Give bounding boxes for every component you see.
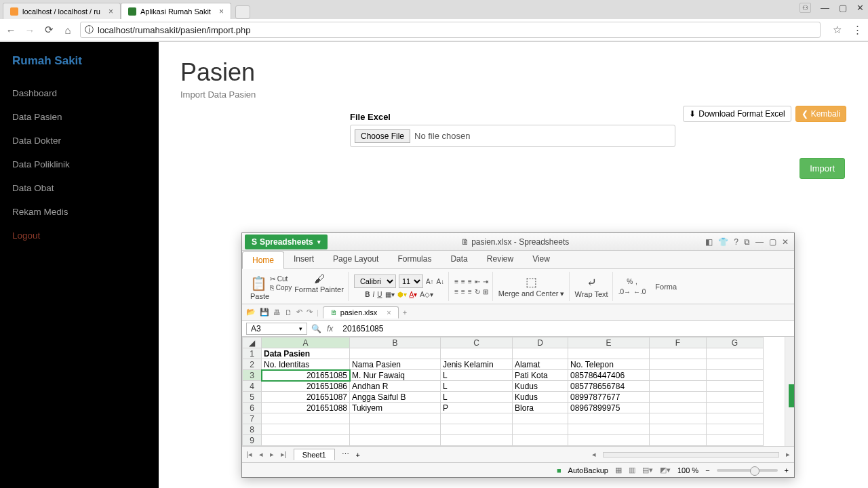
menu-formulas[interactable]: Formulas (388, 251, 441, 268)
tab-app[interactable]: Aplikasi Rumah Sakit × (121, 3, 231, 19)
cell[interactable] (707, 435, 764, 446)
cell[interactable]: Andhan R (350, 381, 441, 392)
back-icon[interactable]: ← (4, 24, 18, 36)
cell[interactable]: 201651086 (262, 381, 350, 392)
choose-file-button[interactable]: Choose File (355, 129, 410, 143)
font-color-button[interactable]: A▾ (410, 291, 418, 298)
doc-tab[interactable]: 🗎 pasien.xlsx × (323, 306, 399, 319)
minimize-icon[interactable]: — (821, 3, 829, 13)
align-top-icon[interactable]: ≡ (454, 278, 458, 285)
row-header[interactable]: 7 (243, 413, 262, 424)
sidebar-item-poliklinik[interactable]: Data Poliklinik (0, 152, 159, 176)
cell[interactable]: Jenis Kelamin (441, 359, 513, 370)
undo-icon[interactable]: ↶ (296, 308, 302, 317)
align-middle-icon[interactable]: ≡ (461, 278, 465, 285)
cell[interactable]: Angga Saiful B (350, 392, 441, 403)
ss-grid[interactable]: ◢ A B C D E F G 1Data Pasien2No. Identit… (242, 337, 794, 446)
reload-icon[interactable]: ⟳ (42, 24, 56, 36)
cell[interactable]: Alamat (513, 359, 568, 370)
cell[interactable] (707, 392, 764, 403)
sidebar-item-pasien[interactable]: Data Pasien (0, 105, 159, 129)
cell[interactable] (568, 424, 650, 435)
close-icon[interactable]: × (219, 7, 224, 16)
zoom-out-icon[interactable]: − (705, 466, 709, 474)
zoom-in-icon[interactable]: + (785, 466, 789, 474)
import-button[interactable]: Import (800, 158, 845, 179)
bold-button[interactable]: B (365, 291, 370, 298)
ss-title-bar[interactable]: S Spreadsheets 🗎 pasien.xlsx - Spreadshe… (242, 233, 794, 251)
format-button[interactable]: Forma (655, 283, 677, 291)
cell[interactable]: Kudus (513, 392, 568, 403)
download-format-button[interactable]: ⬇ Download Format Excel (683, 106, 791, 122)
cell[interactable] (707, 359, 764, 370)
cell[interactable] (568, 435, 650, 446)
cell[interactable] (650, 359, 707, 370)
sidebar-item-logout[interactable]: Logout (0, 224, 159, 247)
add-sheet-icon[interactable]: + (356, 451, 360, 459)
help-icon[interactable]: ? (734, 237, 738, 247)
prev-sheet-icon[interactable]: ◂ (259, 450, 263, 459)
url-bar[interactable]: ⓘ localhost/rumahsakit/pasien/import.php (80, 22, 821, 38)
select-all-corner[interactable]: ◢ (243, 338, 262, 348)
cell[interactable] (568, 348, 650, 359)
border-button[interactable]: ▦▾ (385, 291, 395, 298)
close-icon[interactable]: × (108, 7, 113, 16)
ss-app-badge[interactable]: S Spreadsheets (245, 235, 328, 249)
tshirt-icon[interactable]: 👕 (718, 237, 728, 247)
maximize-icon[interactable]: ▢ (839, 3, 847, 13)
cell[interactable] (441, 446, 513, 447)
cell[interactable] (650, 413, 707, 424)
merge-split-icon[interactable]: ⊞ (483, 288, 488, 296)
cell[interactable] (650, 403, 707, 413)
brand[interactable]: Rumah Sakit (0, 54, 159, 81)
row-header[interactable]: 2 (243, 359, 262, 370)
cell[interactable] (350, 446, 441, 447)
skin-icon[interactable]: ◧ (705, 237, 713, 247)
info-icon[interactable]: ⓘ (85, 24, 94, 36)
cell[interactable] (707, 413, 764, 424)
menu-home[interactable]: Home (242, 251, 284, 269)
star-icon[interactable]: ☆ (830, 24, 844, 36)
tab-phpmyadmin[interactable]: localhost / localhost / ru × (3, 3, 121, 19)
cell[interactable] (262, 435, 350, 446)
cell[interactable]: No. Identitas (262, 359, 350, 370)
cell[interactable]: Blora (513, 403, 568, 413)
cell[interactable] (707, 348, 764, 359)
new-tab-button[interactable] (235, 5, 250, 19)
cell[interactable] (650, 392, 707, 403)
maximize-icon[interactable]: ▢ (769, 237, 776, 247)
next-sheet-icon[interactable]: ▸ (270, 450, 274, 459)
cell[interactable]: L (441, 392, 513, 403)
paste-icon[interactable]: 📋 (250, 275, 267, 291)
open-icon[interactable]: 📂 (246, 308, 256, 317)
cell[interactable]: 201651085 (262, 370, 350, 381)
cell[interactable] (707, 424, 764, 435)
view-page-icon[interactable]: ▥ (629, 466, 635, 474)
cell[interactable] (262, 446, 350, 447)
zoom-slider[interactable] (717, 469, 778, 472)
clear-format-button[interactable]: A◇▾ (420, 291, 433, 298)
italic-button[interactable]: I (373, 291, 375, 298)
dec-dec-icon[interactable]: ←.0 (633, 288, 646, 296)
minimize-icon[interactable]: — (755, 237, 764, 247)
cell[interactable] (650, 424, 707, 435)
col-header-b[interactable]: B (350, 338, 441, 348)
restore-down-icon[interactable]: ⧉ (744, 237, 750, 247)
cell[interactable]: Kudus (513, 381, 568, 392)
zoom-lens-icon[interactable]: 🔍 (311, 324, 321, 333)
cell[interactable] (513, 348, 568, 359)
col-header-c[interactable]: C (441, 338, 513, 348)
cell[interactable]: Data Pasien (262, 348, 350, 359)
close-icon[interactable]: ✕ (782, 237, 789, 247)
cell[interactable]: 08967899975 (568, 403, 650, 413)
cell[interactable] (650, 348, 707, 359)
cell[interactable]: 085778656784 (568, 381, 650, 392)
row-header[interactable]: 10 (243, 446, 262, 447)
cell[interactable] (707, 446, 764, 447)
save-icon[interactable]: 💾 (260, 308, 269, 317)
last-sheet-icon[interactable]: ▸| (281, 450, 287, 459)
cell[interactable]: P (441, 403, 513, 413)
align-center-icon[interactable]: ≡ (461, 288, 465, 296)
indent-inc-icon[interactable]: ⇥ (483, 278, 488, 285)
col-header-f[interactable]: F (650, 338, 707, 348)
